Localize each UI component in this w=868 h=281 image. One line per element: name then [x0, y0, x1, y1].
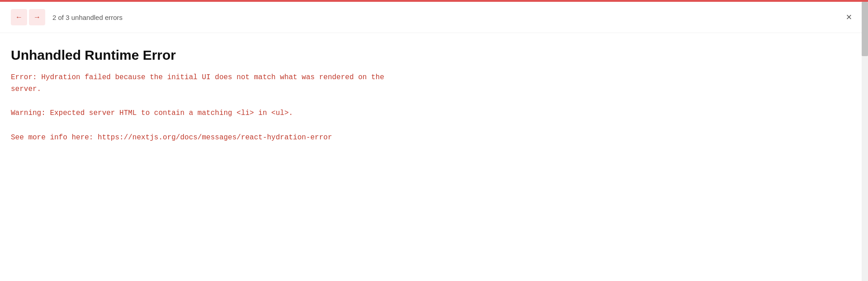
error-link: See more info here: https://nextjs.org/d… [11, 132, 857, 144]
scrollbar-track [862, 2, 868, 281]
next-error-button[interactable]: → [29, 9, 45, 25]
prev-error-button[interactable]: ← [11, 9, 27, 25]
error-body: Unhandled Runtime Error Error: Hydration… [0, 33, 868, 281]
error-warning: Warning: Expected server HTML to contain… [11, 108, 857, 119]
close-button[interactable]: × [841, 9, 857, 25]
scrollbar-thumb[interactable] [862, 2, 868, 56]
error-count: 2 of 3 unhandled errors [52, 14, 123, 21]
error-overlay: ← → 2 of 3 unhandled errors × Unhandled … [0, 0, 868, 281]
nav-buttons: ← → [11, 9, 45, 25]
error-title: Unhandled Runtime Error [11, 48, 857, 63]
error-header: ← → 2 of 3 unhandled errors × [0, 2, 868, 33]
error-message: Error: Hydration failed because the init… [11, 72, 857, 95]
